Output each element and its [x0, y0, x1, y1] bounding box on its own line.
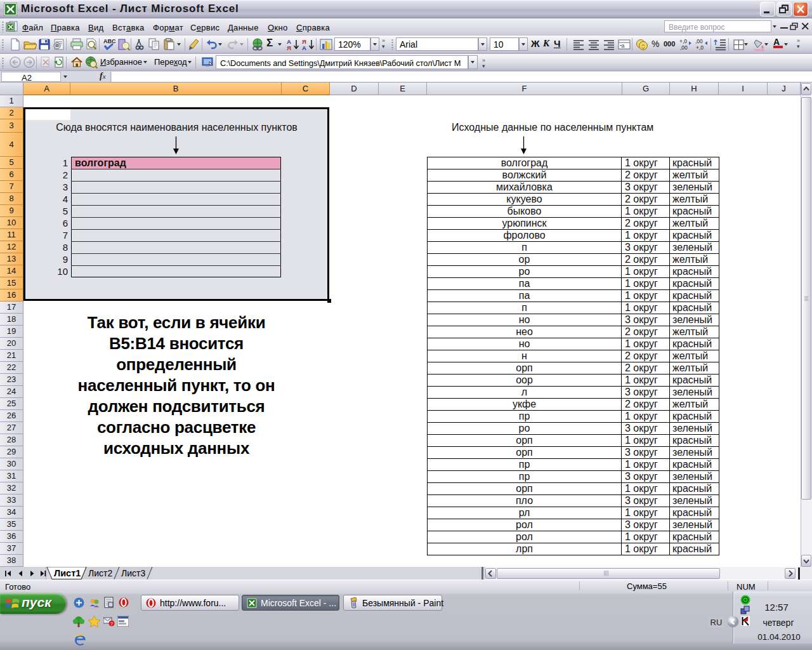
svg-text:Лист3: Лист3 [121, 568, 145, 578]
svg-text:Я: Я [287, 44, 291, 51]
svg-text:А: А [302, 44, 306, 51]
svg-text:+,0: +,0 [679, 38, 687, 44]
svg-text:,00: ,00 [680, 44, 688, 51]
svg-text:Лист2: Лист2 [88, 568, 112, 578]
svg-text:?: ? [110, 621, 113, 626]
svg-text:ABC: ABC [103, 38, 116, 44]
svg-text:Лист1: Лист1 [54, 568, 81, 578]
svg-text:,00: ,00 [695, 38, 703, 44]
svg-text:+,0: +,0 [696, 44, 704, 51]
svg-text:a: a [622, 43, 625, 49]
